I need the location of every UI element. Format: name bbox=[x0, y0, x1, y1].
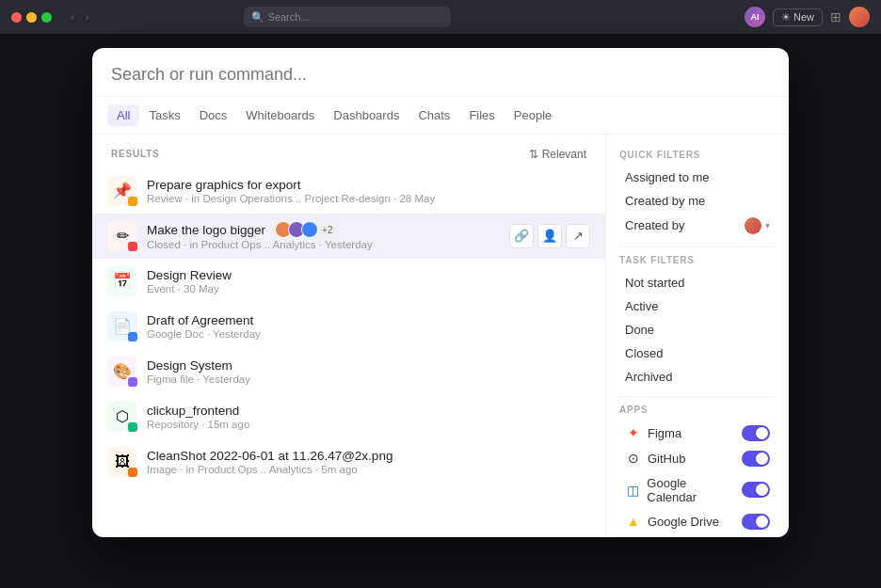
back-arrow[interactable]: ‹ bbox=[67, 9, 78, 24]
result-content: CleanShot 2022-06-01 at 11.26.47@2x.pngI… bbox=[147, 449, 590, 475]
result-icon-r3: 📅 bbox=[107, 266, 137, 296]
assign-button[interactable]: 👤 bbox=[537, 224, 562, 248]
result-icon-r4: 📄 bbox=[107, 311, 137, 342]
result-item[interactable]: 🎨Design SystemFigma file · Yesterday bbox=[92, 349, 605, 394]
close-button[interactable] bbox=[11, 12, 22, 23]
sort-icon: ⇅ bbox=[529, 148, 538, 161]
result-meta: Event · 30 May bbox=[147, 283, 590, 294]
search-icon: 🔍 bbox=[251, 11, 264, 24]
tab-docs[interactable]: Docs bbox=[190, 104, 237, 126]
app-slack[interactable]: #Slack bbox=[619, 534, 776, 537]
tab-whiteboards[interactable]: Whiteboards bbox=[236, 104, 324, 126]
task-filter-done[interactable]: Done bbox=[619, 318, 776, 342]
copy-link-button[interactable]: 🔗 bbox=[509, 224, 534, 248]
minimize-button[interactable] bbox=[26, 12, 37, 23]
app-gdrive[interactable]: ▲Google Drive bbox=[619, 509, 776, 534]
tab-chats[interactable]: Chats bbox=[408, 104, 459, 126]
gdrive-icon: ▲ bbox=[625, 514, 642, 529]
filter-label: Assigned to me bbox=[625, 170, 710, 184]
tab-tasks[interactable]: Tasks bbox=[139, 104, 189, 126]
result-meta: Figma file · Yesterday bbox=[147, 373, 590, 385]
result-content: Design ReviewEvent · 30 May bbox=[147, 268, 590, 294]
quick-filters-title: QUICK FILTERS bbox=[619, 150, 776, 160]
result-title: Design System bbox=[147, 358, 590, 373]
task-filter-active[interactable]: Active bbox=[619, 294, 776, 318]
modal-body: RESULTS ⇅ Relevant 📌Prepare graphics for… bbox=[92, 135, 789, 537]
result-content: Make the logo bigger+2Closed · in Produc… bbox=[147, 221, 500, 250]
result-type-icon: 📅 bbox=[113, 272, 132, 290]
quick-filter-assigned-to-me[interactable]: Assigned to me bbox=[619, 166, 776, 189]
ai-badge[interactable]: AI bbox=[745, 7, 765, 27]
result-meta: Review · in Design Operations .. Project… bbox=[147, 193, 590, 204]
modal-search-area bbox=[92, 48, 789, 97]
topbar-search-text: Search... bbox=[268, 11, 310, 23]
gcal-toggle[interactable] bbox=[742, 482, 770, 498]
tab-all[interactable]: All bbox=[107, 104, 139, 126]
result-icon-r1: 📌 bbox=[107, 176, 137, 206]
result-title: clickup_frontend bbox=[147, 404, 590, 418]
task-filter-closed[interactable]: Closed bbox=[619, 342, 776, 365]
result-icon-r7: 🖼 bbox=[107, 447, 137, 477]
divider-2 bbox=[619, 396, 776, 397]
result-item[interactable]: 🖼CleanShot 2022-06-01 at 11.26.47@2x.png… bbox=[92, 439, 605, 485]
figma-toggle[interactable] bbox=[742, 425, 770, 441]
forward-arrow[interactable]: › bbox=[82, 9, 93, 24]
apps-list: ✦Figma⊙GitHub◫Google Calendar▲Google Dri… bbox=[619, 421, 776, 537]
assignee-count-badge: +2 bbox=[318, 222, 336, 237]
search-input[interactable] bbox=[111, 65, 770, 85]
quick-filter-created-by[interactable]: Created by▾ bbox=[619, 213, 776, 239]
quick-filters-list: Assigned to meCreated by meCreated by▾ bbox=[619, 166, 776, 239]
task-filter-not-started[interactable]: Not started bbox=[619, 271, 776, 294]
result-meta: Google Doc · Yesterday bbox=[147, 328, 590, 340]
filter-label: Created by bbox=[625, 218, 685, 232]
result-content: Draft of AgreementGoogle Doc · Yesterday bbox=[147, 313, 590, 340]
top-bar: ‹ › 🔍 Search... AI ☀ New ⊞ bbox=[0, 0, 881, 34]
result-type-icon: ✏ bbox=[117, 227, 129, 245]
app-gcal[interactable]: ◫Google Calendar bbox=[619, 471, 776, 509]
tab-dashboards[interactable]: Dashboards bbox=[324, 104, 408, 126]
results-panel: RESULTS ⇅ Relevant 📌Prepare graphics for… bbox=[92, 135, 605, 537]
row-actions: 🔗👤↗ bbox=[509, 224, 590, 248]
result-item[interactable]: 📅Design ReviewEvent · 30 May bbox=[92, 259, 605, 304]
results-list: 📌Prepare graphics for exportReview · in … bbox=[92, 168, 605, 485]
app-label: GitHub bbox=[648, 452, 685, 466]
user-avatar[interactable] bbox=[849, 7, 870, 27]
tab-people[interactable]: People bbox=[505, 104, 561, 126]
result-item[interactable]: ⬡clickup_frontendRepository · 15m ago bbox=[92, 394, 605, 439]
sort-button[interactable]: ⇅ Relevant bbox=[529, 148, 586, 161]
app-label: Google Drive bbox=[648, 515, 719, 529]
tab-files[interactable]: Files bbox=[459, 104, 504, 126]
result-icon-r2: ✏ bbox=[107, 221, 137, 251]
result-icon-r5: 🎨 bbox=[107, 357, 137, 387]
result-title: Prepare graphics for export bbox=[147, 178, 590, 192]
results-header: RESULTS ⇅ Relevant bbox=[92, 144, 605, 168]
result-meta: Image · in Product Ops .. Analytics · 5m… bbox=[147, 464, 590, 475]
app-label: Google Calendar bbox=[647, 476, 736, 504]
search-modal: AllTasksDocsWhiteboardsDashboardsChatsFi… bbox=[92, 48, 789, 537]
topbar-search[interactable]: 🔍 Search... bbox=[244, 7, 451, 27]
result-item[interactable]: 📌Prepare graphics for exportReview · in … bbox=[92, 168, 605, 214]
new-button[interactable]: ☀ New bbox=[773, 8, 823, 26]
created-by-avatar bbox=[745, 217, 761, 234]
maximize-button[interactable] bbox=[41, 12, 52, 23]
chevron-down-icon: ▾ bbox=[765, 220, 770, 230]
traffic-lights bbox=[11, 12, 52, 23]
result-title: Make the logo bigger+2 bbox=[147, 221, 500, 238]
figma-icon: ✦ bbox=[625, 425, 642, 440]
github-icon: ⊙ bbox=[625, 451, 642, 466]
quick-filter-created-by-me[interactable]: Created by me bbox=[619, 189, 776, 213]
gdrive-toggle[interactable] bbox=[742, 514, 770, 530]
open-button[interactable]: ↗ bbox=[566, 224, 590, 248]
app-figma[interactable]: ✦Figma bbox=[619, 421, 776, 446]
app-github[interactable]: ⊙GitHub bbox=[619, 446, 776, 471]
grid-icon[interactable]: ⊞ bbox=[830, 9, 841, 24]
result-type-icon: 🖼 bbox=[115, 453, 130, 470]
result-content: clickup_frontendRepository · 15m ago bbox=[147, 404, 590, 430]
result-item[interactable]: 📄Draft of AgreementGoogle Doc · Yesterda… bbox=[92, 304, 605, 349]
result-item[interactable]: ✏Make the logo bigger+2Closed · in Produ… bbox=[92, 214, 605, 259]
github-toggle[interactable] bbox=[742, 451, 770, 467]
task-filter-archived[interactable]: Archived bbox=[619, 365, 776, 389]
gcal-icon: ◫ bbox=[625, 483, 641, 498]
result-meta: Closed · in Product Ops .. Analytics · Y… bbox=[147, 239, 500, 250]
app-label: Figma bbox=[648, 426, 681, 440]
